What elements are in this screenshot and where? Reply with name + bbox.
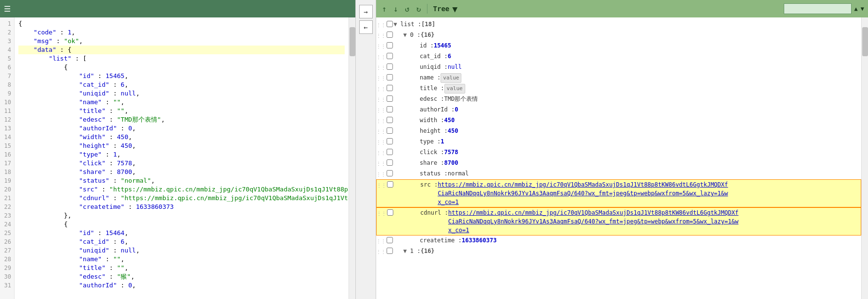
- row-checkbox[interactable]: [386, 106, 394, 112]
- left-scrollbar[interactable]: [349, 17, 355, 299]
- code-line: "uniqid" : null,: [18, 89, 345, 98]
- tree-row[interactable]: ⋮⋮type : 1: [376, 137, 861, 147]
- right-scrollbar-thumb[interactable]: [862, 27, 868, 56]
- tree-row[interactable]: ⋮⋮▼ 1 : {16}: [376, 246, 861, 257]
- up-icon[interactable]: ↑: [380, 3, 389, 15]
- row-drag-handle: ⋮⋮: [376, 137, 386, 147]
- row-toggle-icon[interactable]: ▼: [403, 247, 410, 255]
- tree-row[interactable]: ⋮⋮status : normal: [376, 169, 861, 179]
- search-next-icon[interactable]: ▼: [861, 5, 864, 12]
- row-drag-handle: ⋮⋮: [376, 105, 386, 115]
- row-toggle-icon[interactable]: ▼: [403, 31, 410, 39]
- row-checkbox[interactable]: [386, 159, 394, 166]
- tree-row[interactable]: ⋮⋮title : value: [376, 83, 861, 94]
- code-line: "uniqid" : null,: [18, 246, 345, 255]
- row-value: normal: [448, 169, 469, 178]
- tree-row[interactable]: ⋮⋮cat_id : 6: [376, 51, 861, 62]
- row-checkbox[interactable]: [386, 170, 394, 176]
- row-drag-handle: ⋮⋮: [376, 94, 386, 104]
- right-scrollbar[interactable]: [861, 17, 868, 299]
- tree-row[interactable]: ⋮⋮uniqid : null: [376, 62, 861, 73]
- code-line: "width" : 450,: [18, 133, 345, 142]
- row-checkbox[interactable]: [386, 63, 394, 70]
- search-input[interactable]: [784, 3, 852, 14]
- code-line: "msg" : "ok",: [18, 37, 345, 46]
- row-value: 15465: [434, 41, 451, 50]
- row-checkbox[interactable]: [386, 248, 394, 254]
- back-button[interactable]: ←: [359, 20, 373, 34]
- row-key: 1 :: [410, 247, 421, 255]
- tree-content: ⋮⋮▼ list : [18]⋮⋮▼ 0 : {16}⋮⋮id : 15465⋮…: [376, 17, 861, 299]
- separator: [427, 4, 427, 14]
- row-key: createtime :: [420, 236, 462, 245]
- row-value: value: [441, 73, 461, 83]
- row-checkbox[interactable]: [386, 85, 394, 91]
- tree-row[interactable]: ⋮⋮name : value: [376, 73, 861, 83]
- row-key: authorId :: [420, 105, 455, 114]
- row-drag-handle: ⋮⋮: [376, 52, 386, 62]
- row-checkbox[interactable]: [386, 237, 394, 243]
- down-icon[interactable]: ↓: [392, 3, 400, 15]
- code-line: "title" : "",: [18, 264, 345, 272]
- code-line: "id" : 15465,: [18, 72, 345, 80]
- row-value: 450: [444, 116, 455, 125]
- left-scrollbar-thumb[interactable]: [350, 27, 355, 56]
- row-key: id :: [420, 41, 434, 50]
- row-checkbox[interactable]: [386, 127, 394, 134]
- right-panel: ↑ ↓ ↺ ↻ Tree ▼ ▲ ▼ ⋮⋮▼ list : [18]⋮⋮▼ 0 …: [376, 0, 868, 299]
- row-checkbox[interactable]: [386, 181, 394, 188]
- code-line: {: [18, 220, 345, 229]
- code-line: "height" : 450,: [18, 142, 345, 150]
- row-value: {16}: [421, 31, 435, 39]
- tree-row[interactable]: ⋮⋮height : 450: [376, 126, 861, 137]
- row-checkbox[interactable]: [386, 53, 394, 59]
- code-line: "code" : 1,: [18, 28, 345, 37]
- tree-row[interactable]: ⋮⋮▼ 0 : {16}: [376, 30, 861, 41]
- line-numbers: 1234567891011121314151617181920212223242…: [0, 17, 15, 299]
- refresh-icon[interactable]: ↺: [403, 3, 411, 15]
- code-line: "cat_id" : 6,: [18, 80, 345, 89]
- row-toggle-icon[interactable]: ▼: [394, 20, 400, 29]
- code-line: "cdnurl" : "https://mmbiz.qpic.cn/mmbiz_…: [18, 194, 345, 203]
- row-value: 7578: [444, 148, 458, 157]
- forward-button[interactable]: →: [359, 5, 373, 18]
- row-key: list :: [400, 20, 421, 29]
- row-value: 8700: [444, 158, 458, 167]
- tree-row[interactable]: ⋮⋮click : 7578: [376, 147, 861, 158]
- nav-buttons: → ←: [356, 0, 376, 299]
- tree-row[interactable]: ⋮⋮edesc : TMD那个表情: [376, 94, 861, 105]
- search-prev-icon[interactable]: ▲: [854, 5, 858, 12]
- tree-label: Tree: [433, 5, 450, 13]
- row-checkbox[interactable]: [386, 74, 394, 80]
- row-value: TMD那个表情: [444, 94, 478, 103]
- redo-icon[interactable]: ↻: [414, 3, 423, 15]
- code-line: "cat_id" : 6,: [18, 237, 345, 246]
- row-checkbox[interactable]: [386, 117, 394, 123]
- row-key: status :: [420, 169, 448, 178]
- menu-icon[interactable]: ☰: [4, 4, 11, 14]
- row-checkbox[interactable]: [386, 209, 394, 216]
- row-value[interactable]: https://mmbiz.qpic.cn/mmbiz_jpg/ic70qV1Q…: [448, 208, 739, 235]
- row-key: type :: [420, 137, 441, 146]
- code-line: "edesc" : "TMD那个表情",: [18, 115, 345, 124]
- row-checkbox[interactable]: [386, 138, 394, 144]
- tree-row[interactable]: ⋮⋮share : 8700: [376, 158, 861, 169]
- tree-menu-button[interactable]: ▼: [452, 4, 457, 14]
- row-checkbox[interactable]: [386, 31, 394, 38]
- tree-row[interactable]: ⋮⋮▼ list : [18]: [376, 19, 861, 30]
- row-value[interactable]: https://mmbiz.qpic.cn/mmbiz_jpg/ic70qV1Q…: [438, 180, 728, 206]
- code-line: "authorId" : 0,: [18, 124, 345, 133]
- row-key: height :: [420, 126, 448, 135]
- tree-row[interactable]: ⋮⋮id : 15465: [376, 41, 861, 51]
- tree-row[interactable]: ⋮⋮authorId : 0: [376, 105, 861, 115]
- row-checkbox[interactable]: [386, 21, 394, 27]
- tree-row[interactable]: ⋮⋮src : https://mmbiz.qpic.cn/mmbiz_jpg/…: [376, 179, 861, 207]
- tree-row[interactable]: ⋮⋮createtime : 1633860373: [376, 236, 861, 246]
- tree-row[interactable]: ⋮⋮width : 450: [376, 115, 861, 126]
- row-checkbox[interactable]: [386, 149, 394, 155]
- tree-row[interactable]: ⋮⋮cdnurl : https://mmbiz.qpic.cn/mmbiz_j…: [376, 207, 861, 236]
- row-key: name :: [420, 73, 441, 82]
- row-checkbox[interactable]: [386, 42, 394, 48]
- row-value: 1633860373: [462, 236, 497, 245]
- row-checkbox[interactable]: [386, 95, 394, 102]
